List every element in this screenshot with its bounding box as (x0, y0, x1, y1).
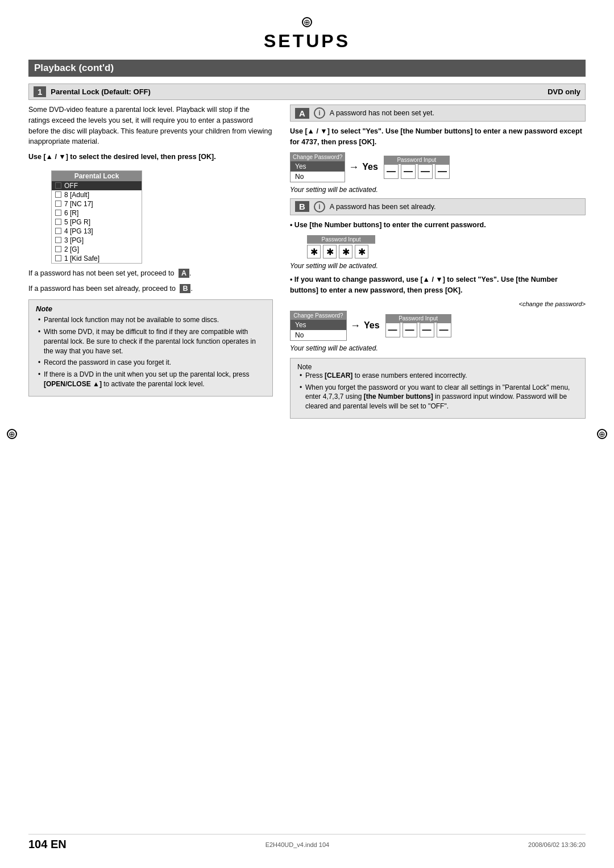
instruction-a: Use [▲ / ▼] to select "Yes". Use [the Nu… (290, 126, 586, 148)
pl-row-6r: 6 [R] (52, 208, 142, 218)
pl-label-4pg13: 4 [PG 13] (64, 227, 93, 235)
note-box-right: Note • Press [CLEAR] to erase numbers en… (290, 358, 586, 419)
activated-text-b: Your setting will be activated. (290, 262, 586, 270)
pw-input-header-b: Password Input (307, 235, 375, 244)
pw-input-header-b2: Password Input (385, 314, 451, 323)
pl-label-1kidsafe: 1 [Kid Safe] (64, 254, 99, 262)
pl-label-off: OFF (64, 182, 78, 190)
note2-item-2: • When you forget the password or you wa… (300, 383, 578, 411)
pl-label-5pgr: 5 [PG R] (64, 218, 90, 226)
top-marker: ⊕ (28, 17, 586, 27)
instruction-text: Use [▲ / ▼] to select the desired level,… (28, 152, 273, 162)
arrow-right-b: → (350, 320, 360, 332)
proceed-a-text: If a password has not been set yet, proc… (28, 268, 273, 279)
dash-cell-b3: — (420, 323, 434, 337)
dash-cell-a4: — (435, 164, 450, 179)
label-a-letter: A (295, 108, 309, 119)
right-circle-marker: ⊕ (597, 429, 607, 439)
pw-diagram-a: Change Password? Yes No → Yes Password I… (290, 152, 586, 182)
pw-input-area-b: Password Input — — — — (385, 314, 451, 337)
dash-cell-a3: — (418, 164, 433, 179)
pl-checkbox-4pg13 (55, 228, 61, 234)
note-title-left: Note (36, 304, 265, 313)
footer-file: E2H40UD_v4.indd 104 (265, 841, 330, 848)
change-pw-hint: <change the password> (290, 301, 586, 307)
section-header: Playback (cont'd) (28, 60, 586, 77)
pl-label-6r: 6 [R] (64, 209, 78, 217)
pl-label-7nc17: 7 [NC 17] (64, 200, 93, 208)
subsection-bar: 1 Parental Lock (Default: OFF) DVD only (28, 84, 586, 100)
pl-label-3pg: 3 [PG] (64, 236, 84, 244)
dash-inputs-a: — — — — (384, 164, 450, 179)
pl-checkbox-3pg (55, 237, 61, 243)
yes-label-b: Yes (364, 320, 380, 331)
star-inputs: ✱ ✱ ✱ ✱ (307, 245, 586, 258)
pw-input-header-a: Password Input (384, 156, 450, 164)
note-item-2: With some DVD, it may be difficult to fi… (38, 327, 265, 356)
pl-row-off: OFF (52, 181, 142, 190)
pl-checkbox-6r (55, 210, 61, 216)
pw-option-no-a: No (291, 172, 345, 182)
pl-row-4pg13: 4 [PG 13] (52, 227, 142, 236)
label-b-letter: B (295, 201, 309, 212)
right-column: A i A password has not been set yet. Use… (290, 105, 586, 419)
pl-row-2g: 2 [G] (52, 245, 142, 254)
pl-label-2g: 2 [G] (64, 245, 79, 253)
pl-checkbox-2g (55, 246, 61, 252)
parental-lock-table: Parental Lock OFF 8 [Adult] 7 [NC 17] 6 … (51, 170, 142, 264)
star-cell-3: ✱ (339, 245, 352, 258)
dash-inputs-b: — — — — (385, 323, 451, 337)
pw-diagram-b: Change Password? Yes No → Yes Password I… (290, 311, 586, 341)
instruction-b2: • If you want to change password, use [▲… (290, 274, 586, 296)
pw-option-yes-a: Yes (291, 161, 345, 172)
note-box-left: Note Parental lock function may not be a… (28, 299, 273, 397)
note-title-right: Note (297, 363, 578, 371)
change-pw-header-a: Change Password? (291, 153, 345, 161)
intro-text: Some DVD-video feature a parental lock l… (28, 105, 273, 147)
instruction-b1: • Use [the Number buttons] to enter the … (290, 220, 586, 231)
star-cell-2: ✱ (323, 245, 337, 258)
page-number: 104 EN (28, 838, 67, 851)
note-item-1: Parental lock function may not be availa… (38, 315, 265, 325)
change-pw-header-b: Change Password? (291, 311, 346, 320)
pl-checkbox-8adult (55, 191, 61, 198)
note2-item-1: • Press [CLEAR] to erase numbers entered… (300, 371, 578, 381)
label-b-ref: B (180, 284, 190, 293)
pl-row-3pg: 3 [PG] (52, 236, 142, 245)
pl-row-7nc17: 7 [NC 17] (52, 199, 142, 208)
page-wrapper: ⊕ SETUPS Playback (cont'd) 1 Parental Lo… (0, 0, 614, 868)
note-item-4: If there is a DVD in the unit when you s… (38, 370, 265, 389)
note-list-left: Parental lock function may not be availa… (36, 315, 265, 389)
two-col-layout: Some DVD-video feature a parental lock l… (28, 105, 586, 419)
pw-stars-diagram: Password Input ✱ ✱ ✱ ✱ (307, 235, 586, 258)
subsection-number: 1 (34, 86, 46, 97)
star-cell-1: ✱ (307, 245, 321, 258)
subsection-title: Parental Lock (Default: OFF) (51, 87, 543, 96)
change-pw-box-b: Change Password? Yes No (290, 311, 347, 341)
note-list-right: • Press [CLEAR] to erase numbers entered… (297, 371, 578, 411)
pl-checkbox-5pgr (55, 219, 61, 225)
page-title: SETUPS (28, 31, 586, 52)
left-column: Some DVD-video feature a parental lock l… (28, 105, 273, 397)
label-a-bar: A i A password has not been set yet. (290, 105, 586, 122)
arrow-right-a: → (349, 161, 359, 173)
pw-input-area-a: Password Input — — — — (384, 156, 450, 179)
dash-cell-b1: — (385, 323, 400, 337)
pl-checkbox-off (55, 182, 61, 189)
yes-label-a: Yes (362, 162, 378, 172)
pl-row-8adult: 8 [Adult] (52, 190, 142, 199)
change-pw-box-a: Change Password? Yes No (290, 152, 345, 182)
subsection-extra: DVD only (547, 87, 580, 96)
pl-label-8adult: 8 [Adult] (64, 191, 89, 199)
left-circle-marker: ⊕ (7, 429, 17, 439)
pl-row-5pgr: 5 [PG R] (52, 218, 142, 227)
change-pw-option-yes-b: Yes (291, 320, 346, 330)
page-footer: 104 EN E2H40UD_v4.indd 104 2008/06/02 13… (28, 834, 586, 851)
info-icon-a: i (314, 107, 325, 119)
note-item-3: Record the password in case you forget i… (38, 358, 265, 368)
star-cell-4: ✱ (355, 245, 368, 258)
dash-cell-a1: — (384, 164, 399, 179)
pw-options-a: Yes No (291, 161, 345, 182)
proceed-b-text: If a password has been set already, proc… (28, 283, 273, 294)
top-circle-icon: ⊕ (302, 17, 312, 27)
